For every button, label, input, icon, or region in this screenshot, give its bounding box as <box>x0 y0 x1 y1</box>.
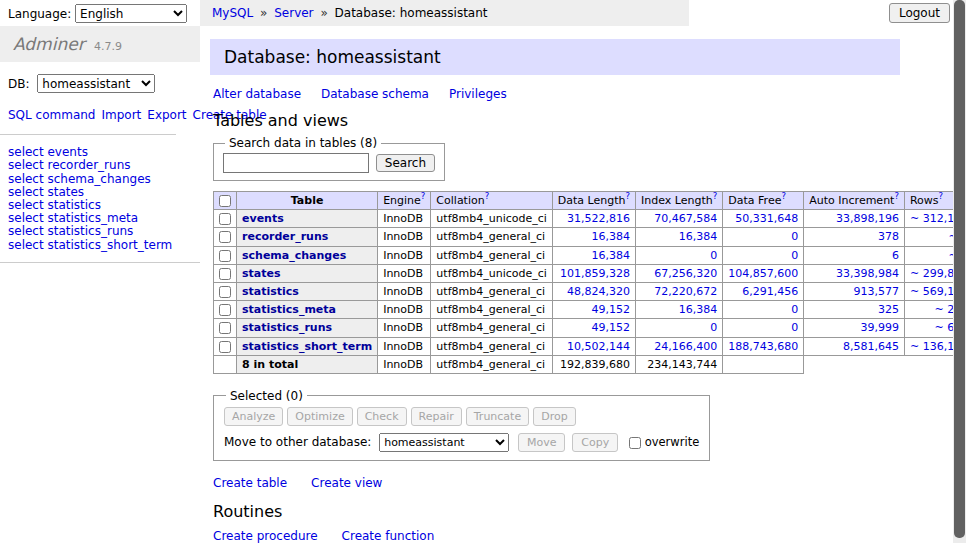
index-length-link[interactable]: 72,220,672 <box>654 285 717 298</box>
data-length-link[interactable]: 48,824,320 <box>567 285 630 298</box>
row-select-cell <box>214 282 237 300</box>
table-name-link[interactable]: recorder_runs <box>242 230 328 243</box>
sidebar-table-link[interactable]: select schema_changes <box>8 173 192 186</box>
data-length-link[interactable]: 16,384 <box>592 230 631 243</box>
language-select[interactable]: English <box>75 4 187 23</box>
analyze-button[interactable]: Analyze <box>224 407 283 426</box>
index-length-link[interactable]: 24,166,400 <box>654 340 717 353</box>
auto-increment-link[interactable]: 913,577 <box>853 285 899 298</box>
help-link[interactable]: ? <box>894 191 899 201</box>
db-selector-row: DB: homeassistant <box>0 74 200 93</box>
data-length-link[interactable]: 101,859,328 <box>560 267 630 280</box>
data-length-link[interactable]: 49,152 <box>592 303 631 316</box>
truncate-button[interactable]: Truncate <box>466 407 529 426</box>
move-button[interactable]: Move <box>518 433 566 452</box>
help-link[interactable]: ? <box>626 191 631 201</box>
logout-button[interactable]: Logout <box>889 3 950 23</box>
index-length-cell: 16,384 <box>636 301 723 319</box>
row-checkbox[interactable] <box>219 268 231 280</box>
row-checkbox[interactable] <box>219 231 231 243</box>
search-button[interactable]: Search <box>376 154 435 172</box>
data-free-link[interactable]: 50,331,648 <box>735 212 798 225</box>
database-link[interactable]: Privileges <box>449 87 507 101</box>
index-length-link[interactable]: 0 <box>710 321 717 334</box>
row-select-cell <box>214 337 237 355</box>
index-length-link[interactable]: 16,384 <box>679 303 718 316</box>
sidebar-table-link[interactable]: select statistics_short_term <box>8 239 192 252</box>
row-checkbox[interactable] <box>219 304 231 316</box>
auto-increment-link[interactable]: 325 <box>878 303 899 316</box>
data-length-link[interactable]: 31,522,816 <box>567 212 630 225</box>
overwrite-toggle[interactable]: overwrite <box>629 435 699 449</box>
index-length-link[interactable]: 67,256,320 <box>654 267 717 280</box>
table-name-link[interactable]: schema_changes <box>242 249 346 262</box>
help-link[interactable]: ? <box>421 191 426 201</box>
sidebar-table-link[interactable]: select statistics_runs <box>8 225 192 238</box>
auto-increment-link[interactable]: 6 <box>892 249 899 262</box>
sidebar-table-link[interactable]: select recorder_runs <box>8 159 192 172</box>
index-length-link[interactable]: 70,467,584 <box>654 212 717 225</box>
move-db-select[interactable]: homeassistant <box>379 433 509 452</box>
data-length-link[interactable]: 16,384 <box>592 249 631 262</box>
row-checkbox[interactable] <box>219 322 231 334</box>
index-length-link[interactable]: 0 <box>710 249 717 262</box>
table-name-link[interactable]: statistics_short_term <box>242 340 372 353</box>
data-free-link[interactable]: 0 <box>791 249 798 262</box>
auto-increment-link[interactable]: 33,898,196 <box>836 212 899 225</box>
table-row: eventsInnoDButf8mb4_unicode_ci31,522,816… <box>214 210 966 228</box>
database-link[interactable]: Alter database <box>213 87 301 101</box>
data-free-link[interactable]: 0 <box>791 230 798 243</box>
help-link[interactable]: ? <box>485 191 490 201</box>
data-free-link[interactable]: 104,857,600 <box>728 267 798 280</box>
select-all-checkbox[interactable] <box>219 195 231 207</box>
search-input[interactable] <box>223 153 369 173</box>
create-link[interactable]: Create table <box>213 476 287 490</box>
optimize-button[interactable]: Optimize <box>287 407 352 426</box>
row-checkbox[interactable] <box>219 286 231 298</box>
vertical-scrollbar[interactable] <box>953 0 966 543</box>
table-name-link[interactable]: events <box>242 212 284 225</box>
help-link[interactable]: ? <box>713 191 718 201</box>
help-superscript: ? <box>485 191 490 201</box>
table-name-link[interactable]: states <box>242 267 281 280</box>
auto-increment-link[interactable]: 33,398,984 <box>836 267 899 280</box>
routine-link[interactable]: Create function <box>342 529 435 543</box>
auto-increment-link[interactable]: 378 <box>878 230 899 243</box>
breadcrumb-server-link[interactable]: Server <box>274 6 313 20</box>
overwrite-checkbox[interactable] <box>629 437 641 449</box>
data-length-link[interactable]: 49,152 <box>592 321 631 334</box>
data-free-cell: 0 <box>723 301 804 319</box>
scrollbar-thumb[interactable] <box>954 0 965 538</box>
engine-cell: InnoDB <box>378 282 431 300</box>
row-checkbox[interactable] <box>219 341 231 353</box>
row-checkbox[interactable] <box>219 250 231 262</box>
db-select[interactable]: homeassistant <box>37 74 155 93</box>
database-link[interactable]: Database schema <box>321 87 429 101</box>
auto-increment-cell: 325 <box>804 301 905 319</box>
data-free-link[interactable]: 6,291,456 <box>742 285 798 298</box>
help-link[interactable]: ? <box>781 191 786 201</box>
table-name-link[interactable]: statistics_runs <box>242 321 332 334</box>
routine-link[interactable]: Create procedure <box>213 529 318 543</box>
data-free-link[interactable]: 188,743,680 <box>728 340 798 353</box>
check-button[interactable]: Check <box>357 407 407 426</box>
table-name-link[interactable]: statistics <box>242 285 299 298</box>
breadcrumb-mysql-link[interactable]: MySQL <box>212 6 253 20</box>
repair-button[interactable]: Repair <box>411 407 462 426</box>
help-link[interactable]: ? <box>939 191 944 201</box>
drop-button[interactable]: Drop <box>533 407 575 426</box>
sidebar-action-link[interactable]: Import <box>101 108 141 122</box>
copy-button[interactable]: Copy <box>572 433 618 452</box>
auto-increment-link[interactable]: 8,581,645 <box>843 340 899 353</box>
column-header-index-length: Index Length? <box>636 192 723 210</box>
data-length-link[interactable]: 10,502,144 <box>567 340 630 353</box>
row-checkbox[interactable] <box>219 213 231 225</box>
sidebar-action-link[interactable]: Export <box>147 108 186 122</box>
index-length-link[interactable]: 16,384 <box>679 230 718 243</box>
create-link[interactable]: Create view <box>311 476 382 490</box>
table-name-link[interactable]: statistics_meta <box>242 303 336 316</box>
data-free-link[interactable]: 0 <box>791 321 798 334</box>
sidebar-action-link[interactable]: SQL command <box>8 108 95 122</box>
auto-increment-link[interactable]: 39,999 <box>860 321 899 334</box>
data-free-link[interactable]: 0 <box>791 303 798 316</box>
